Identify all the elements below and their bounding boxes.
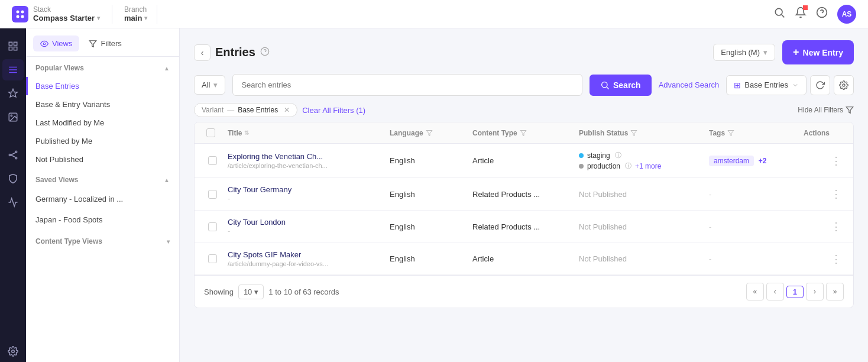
- popular-collapse-icon[interactable]: ▲: [164, 65, 170, 72]
- hide-filters-link[interactable]: Hide All Filters: [798, 106, 854, 114]
- help-icon[interactable]: [816, 7, 828, 21]
- help-icon[interactable]: [260, 47, 270, 58]
- more-status-label[interactable]: +1 more: [635, 162, 661, 170]
- row1-content-type: Article: [468, 149, 574, 172]
- row3-tags: -: [704, 215, 799, 238]
- row4-tags: -: [704, 247, 799, 270]
- col-content-type: Content Type: [468, 122, 574, 143]
- nav-workflows-icon[interactable]: [2, 144, 24, 166]
- row3-publish-status: Not Published: [574, 215, 704, 238]
- row3-title[interactable]: City Tour London: [228, 218, 380, 227]
- new-entry-button[interactable]: + New Entry: [782, 40, 854, 64]
- panel-title-row: ‹ Entries: [194, 44, 270, 61]
- back-button[interactable]: ‹: [194, 44, 210, 61]
- sidebar-item-not-published[interactable]: Not Published: [26, 150, 179, 169]
- row1-action-menu[interactable]: ⋮: [804, 154, 841, 167]
- row3-language: English: [385, 215, 468, 238]
- row2-path: -: [228, 194, 380, 203]
- view-selector[interactable]: ⊞ Base Entries: [726, 75, 807, 95]
- language-selector[interactable]: English (M) ▾: [713, 44, 775, 61]
- production-info-icon[interactable]: ⓘ: [625, 161, 631, 170]
- sidebar-item-published-by-me[interactable]: Published by Me: [26, 132, 179, 150]
- nav-assets-icon[interactable]: [2, 106, 24, 128]
- sidebar-tab-views[interactable]: Views: [33, 35, 79, 51]
- col-publish-status: Publish Status: [574, 122, 704, 143]
- sidebar-item-base-entries[interactable]: Base Entries: [26, 77, 179, 95]
- col-tags: Tags: [704, 122, 799, 143]
- topbar-actions: AS: [773, 5, 856, 24]
- current-page[interactable]: 1: [786, 286, 804, 298]
- next-page-button[interactable]: ›: [806, 283, 824, 300]
- clear-filters-link[interactable]: Clear All Filters (1): [302, 106, 365, 115]
- row2-language: English: [385, 183, 468, 206]
- stack-name[interactable]: Compass Starter ▾: [33, 14, 100, 22]
- sidebar-tab-filters[interactable]: Filters: [82, 35, 128, 51]
- table-row: City Tour London - English Related Produ…: [195, 211, 853, 243]
- filter-tag-close[interactable]: ✕: [284, 106, 290, 114]
- row1-checkbox[interactable]: [208, 156, 217, 165]
- row4-actions: ⋮: [799, 245, 846, 273]
- select-all-checkbox[interactable]: [206, 128, 215, 137]
- pagination-left: Showing 10 ▾ 1 to 10 of 63 records: [204, 285, 339, 299]
- svg-point-16: [11, 115, 12, 116]
- table-settings-button[interactable]: [834, 75, 854, 95]
- row4-action-menu[interactable]: ⋮: [804, 253, 841, 266]
- row1-tag-amsterdam: amsterdam: [709, 156, 754, 166]
- row2-checkbox[interactable]: [208, 190, 217, 199]
- nav-content-types-icon[interactable]: [2, 83, 24, 104]
- branch-chevron: ▾: [144, 15, 147, 21]
- row3-checkbox[interactable]: [208, 222, 217, 231]
- search-type-selector[interactable]: All ▾: [194, 75, 225, 95]
- branch-label: Branch: [124, 5, 147, 14]
- row4-checkbox[interactable]: [208, 254, 217, 263]
- row1-tags: amsterdam +2: [704, 148, 799, 173]
- search-button[interactable]: Search: [590, 75, 652, 96]
- sidebar-item-japan[interactable]: Japan - Food Spots ⋯: [26, 209, 179, 230]
- production-label: production: [587, 162, 620, 170]
- nav-publish-icon[interactable]: [2, 192, 24, 213]
- svg-rect-11: [14, 47, 17, 50]
- svg-marker-34: [728, 130, 734, 135]
- title-sort-icon[interactable]: ⇅: [244, 130, 249, 136]
- svg-point-18: [15, 151, 17, 153]
- sidebar-item-germany[interactable]: Germany - Localized in ... ⋯: [26, 189, 179, 209]
- nav-entries-icon[interactable]: [2, 59, 24, 80]
- nav-extensions-icon[interactable]: [2, 168, 24, 189]
- svg-point-27: [602, 82, 607, 87]
- svg-line-28: [607, 87, 609, 89]
- row4-title[interactable]: City Spots GIF Maker: [228, 250, 380, 259]
- sidebar-item-base-entry-variants[interactable]: Base & Entry Variants: [26, 95, 179, 114]
- search-input[interactable]: [232, 74, 582, 96]
- view-select-icon: ⊞: [734, 80, 741, 90]
- content-type-filter-icon[interactable]: [520, 130, 527, 137]
- page-size-selector[interactable]: 10 ▾: [238, 285, 264, 299]
- content-type-collapse-icon[interactable]: ▾: [167, 238, 170, 245]
- user-avatar[interactable]: AS: [837, 5, 856, 24]
- search-icon[interactable]: [773, 7, 785, 21]
- row2-title[interactable]: City Tour Germany: [228, 185, 380, 194]
- row2-action-menu[interactable]: ⋮: [804, 188, 841, 201]
- branch-name[interactable]: main ▾: [124, 14, 147, 22]
- last-page-button[interactable]: »: [826, 283, 844, 300]
- row1-title[interactable]: Exploring the Venetian Ch...: [228, 152, 380, 161]
- language-filter-icon[interactable]: [426, 130, 433, 137]
- col-checkbox: [202, 122, 223, 143]
- tags-filter-icon[interactable]: [727, 130, 734, 137]
- nav-dashboard-icon[interactable]: [2, 35, 24, 57]
- advanced-search-link[interactable]: Advanced Search: [659, 80, 720, 89]
- stack-chevron: ▾: [97, 15, 100, 21]
- notification-icon[interactable]: [795, 7, 807, 21]
- prev-page-button[interactable]: ‹: [766, 283, 784, 300]
- pagination-bar: Showing 10 ▾ 1 to 10 of 63 records « ‹ 1…: [195, 275, 853, 308]
- row3-action-menu[interactable]: ⋮: [804, 220, 841, 233]
- first-page-button[interactable]: «: [746, 283, 764, 300]
- refresh-button[interactable]: [810, 75, 830, 95]
- staging-label: staging: [587, 151, 610, 160]
- nav-settings-icon[interactable]: [2, 341, 24, 362]
- hide-filters-icon: [846, 106, 854, 114]
- saved-collapse-icon[interactable]: ▲: [164, 177, 170, 183]
- publish-status-filter-icon[interactable]: [630, 130, 637, 137]
- sidebar-item-last-modified[interactable]: Last Modified by Me: [26, 114, 179, 132]
- staging-info-icon[interactable]: ⓘ: [615, 151, 621, 160]
- content-type-views-header[interactable]: Content Type Views ▾: [26, 230, 179, 250]
